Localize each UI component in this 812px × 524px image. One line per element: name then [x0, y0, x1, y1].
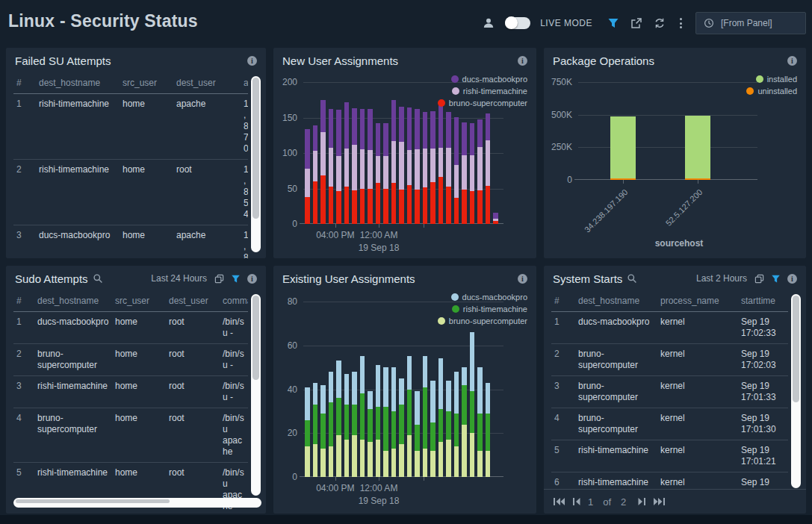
bar[interactable]	[438, 358, 444, 477]
bar[interactable]	[368, 109, 373, 224]
table-row[interactable]: 5rishi-timemachinekernelSep 19 17:01:21	[551, 440, 788, 472]
info-icon[interactable]: i	[247, 56, 257, 66]
bar[interactable]	[446, 381, 451, 477]
column-header[interactable]: #	[13, 73, 36, 94]
column-header[interactable]: dest_user	[166, 291, 220, 312]
bar[interactable]	[399, 378, 404, 477]
copy-icon[interactable]	[214, 274, 224, 284]
zoom-in-icon[interactable]	[627, 273, 637, 284]
scrollbar-thumb[interactable]	[252, 78, 259, 219]
bar[interactable]	[352, 108, 357, 224]
bar[interactable]	[320, 100, 326, 224]
legend-item[interactable]: ducs-macbookpro	[451, 75, 527, 84]
bar[interactable]	[423, 112, 428, 224]
info-icon[interactable]: i	[787, 274, 797, 284]
bar[interactable]	[336, 361, 341, 477]
column-header[interactable]: src_user	[112, 291, 166, 312]
legend-item[interactable]: bruno-supercomputer	[438, 99, 527, 107]
bar[interactable]	[470, 332, 475, 477]
column-header[interactable]: dest_hostname	[575, 291, 657, 312]
column-header[interactable]: dest_user	[173, 73, 241, 94]
bar[interactable]	[391, 367, 397, 477]
bar[interactable]	[486, 113, 491, 224]
table-row[interactable]: 1rishi-timemachinehomeapache1,870	[13, 94, 248, 160]
filter-icon[interactable]	[771, 274, 781, 284]
column-header[interactable]: command	[220, 291, 248, 312]
bar[interactable]	[376, 123, 381, 224]
table-row[interactable]: 3ducs-macbookprohomeapache1,828	[13, 225, 248, 259]
copy-icon[interactable]	[754, 274, 764, 284]
previous-page-button[interactable]	[572, 497, 581, 506]
bar[interactable]	[407, 107, 412, 224]
bar[interactable]	[430, 111, 436, 224]
table-row[interactable]: 2rishi-timemachinehomeroot1,854	[13, 160, 248, 225]
table-row[interactable]: 6rishi-timemachinekernelSep 19 17:00:12	[551, 472, 788, 490]
bar[interactable]	[320, 385, 326, 477]
legend-item[interactable]: uninstalled	[746, 87, 797, 96]
time-range-selector[interactable]: [From Panel]	[695, 12, 806, 34]
bar[interactable]	[486, 383, 491, 477]
bar[interactable]	[344, 374, 350, 477]
next-page-button[interactable]	[637, 497, 646, 506]
bar[interactable]	[477, 367, 483, 477]
table-row[interactable]: 4bruno-supercomputerhomeroot/bin/su apac…	[13, 408, 248, 463]
legend-item[interactable]: bruno-supercomputer	[438, 316, 527, 325]
table-row[interactable]: 1ducs-macbookprohomeroot/bin/su -	[13, 312, 248, 344]
refresh-icon[interactable]	[653, 16, 666, 30]
legend-item[interactable]: installed	[756, 75, 797, 84]
bar[interactable]	[360, 109, 365, 224]
filter-icon[interactable]	[607, 16, 620, 30]
table-row[interactable]: 2bruno-supercomputerhomeroot/bin/su -	[13, 344, 248, 376]
first-page-button[interactable]	[553, 497, 565, 506]
table-row[interactable]: 3rishi-timemachinehomeroot/bin/su -	[13, 376, 248, 408]
column-header[interactable]: #	[551, 291, 575, 312]
column-header[interactable]: starttime	[738, 291, 788, 312]
bar[interactable]	[399, 107, 404, 224]
bar[interactable]	[415, 109, 420, 224]
bar[interactable]	[383, 123, 388, 224]
column-header[interactable]: attempts	[241, 73, 248, 94]
last-page-button[interactable]	[653, 497, 666, 506]
bar[interactable]	[329, 109, 334, 224]
vertical-scrollbar[interactable]	[251, 76, 261, 252]
bar[interactable]	[360, 356, 365, 477]
user-icon[interactable]	[482, 16, 495, 30]
bar[interactable]	[438, 104, 444, 224]
table-row[interactable]: 2bruno-supercomputerkernelSep 19 17:02:0…	[551, 344, 788, 376]
vertical-scrollbar[interactable]	[791, 294, 801, 488]
scrollbar-thumb[interactable]	[793, 296, 799, 402]
bar[interactable]	[685, 116, 710, 180]
scrollbar-thumb[interactable]	[16, 499, 170, 503]
bar[interactable]	[376, 365, 381, 477]
bar[interactable]	[329, 372, 334, 477]
zoom-in-icon[interactable]	[93, 273, 103, 284]
bar[interactable]	[430, 381, 436, 477]
column-header[interactable]: src_user	[120, 73, 173, 94]
bar[interactable]	[462, 122, 467, 224]
info-icon[interactable]: i	[787, 56, 797, 66]
horizontal-scrollbar[interactable]	[13, 498, 261, 508]
legend-item[interactable]: rishi-timemachine	[452, 305, 527, 314]
bar[interactable]	[352, 372, 357, 477]
bar[interactable]	[446, 112, 451, 224]
vertical-scrollbar[interactable]	[251, 294, 261, 496]
share-icon[interactable]	[630, 16, 643, 30]
bar[interactable]	[610, 116, 636, 180]
column-header[interactable]: dest_hostname	[34, 291, 112, 312]
bar[interactable]	[454, 372, 459, 477]
scrollbar-thumb[interactable]	[252, 296, 259, 380]
bar[interactable]	[305, 129, 310, 224]
more-options-icon[interactable]	[676, 18, 686, 28]
live-mode-toggle[interactable]	[505, 17, 530, 29]
bar[interactable]	[415, 391, 420, 477]
table-row[interactable]: 3bruno-supercomputerkernelSep 19 17:01:3…	[551, 376, 788, 408]
bar[interactable]	[493, 213, 498, 224]
bar[interactable]	[368, 391, 373, 477]
bar[interactable]	[391, 100, 397, 224]
column-header[interactable]: process_name	[657, 291, 738, 312]
table-row[interactable]: 1ducs-macbookprokernelSep 19 17:02:33	[551, 312, 788, 344]
legend-item[interactable]: rishi-timemachine	[452, 87, 527, 96]
bar[interactable]	[454, 117, 459, 224]
bar[interactable]	[477, 119, 483, 224]
column-header[interactable]: dest_hostname	[36, 73, 120, 94]
